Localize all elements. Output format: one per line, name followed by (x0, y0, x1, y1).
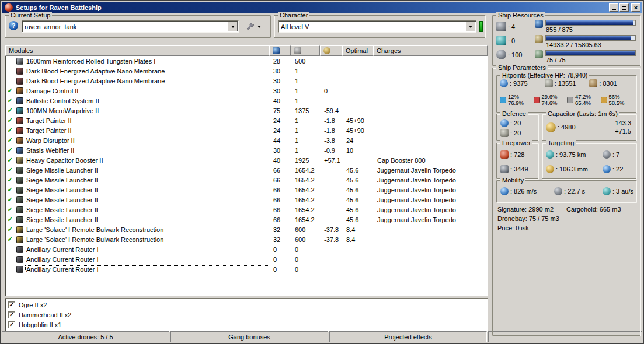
module-row[interactable]: ✓Warp Disruptor II441-3.824 (5, 135, 488, 145)
setup-tools-button[interactable] (242, 20, 264, 33)
module-row[interactable]: ✓Siege Missile Launcher II661654.245.6Ju… (5, 185, 488, 195)
module-name: Dark Blood Energized Adaptive Nano Membr… (25, 77, 269, 85)
module-charges-value: Juggernaut Javelin Torpedo (373, 216, 488, 223)
drone-checkbox[interactable]: ✓ (8, 321, 15, 328)
module-row[interactable]: ✓Siege Missile Launcher II661654.245.6Ju… (5, 205, 488, 215)
column-header-optimal[interactable]: Optimal (342, 45, 373, 56)
module-row[interactable]: ✓Siege Missile Launcher II661654.245.6Ju… (5, 195, 488, 205)
cpu-resource: 855 / 875 (535, 20, 636, 34)
column-header-modules[interactable]: Modules (5, 45, 269, 56)
maximize-icon (622, 6, 626, 10)
drone-item[interactable]: ✓Hammerhead II x2 (5, 310, 488, 320)
minimize-button[interactable] (609, 3, 618, 12)
armor-hp-value: : 13551 (555, 80, 576, 87)
warp-speed-icon (603, 187, 611, 195)
setup-dropdown-arrow[interactable] (228, 22, 238, 31)
module-row[interactable]: ✓Heavy Capacitor Booster II401925+57.1Ca… (5, 155, 488, 165)
ship-parameters-title: Ship Parameters (496, 64, 548, 71)
drone-checkbox[interactable]: ✓ (8, 301, 15, 308)
module-icon (16, 236, 23, 243)
mobility-warp-speed: : 3 au/s (603, 187, 633, 195)
module-optimal-value: 45.6 (342, 206, 373, 213)
capacitor-amount: : 4980 (546, 122, 576, 132)
capacitor-amount-value: : 4980 (558, 124, 576, 131)
powergrid-bar (545, 35, 636, 41)
defence-title: Defence (500, 110, 528, 117)
column-header-cpu[interactable] (269, 45, 291, 56)
module-row[interactable]: Ancillary Current Router I00 (5, 264, 488, 274)
defence-group: Defence : 20 : 20 (496, 114, 538, 141)
module-powergrid-value: 0 (291, 266, 320, 273)
module-powergrid-value: 0 (291, 246, 320, 253)
modules-list[interactable]: 1600mm Reinforced Rolled Tungsten Plates… (5, 56, 488, 296)
module-name: Ancillary Current Router I (25, 265, 269, 273)
module-name: Ancillary Current Router I (25, 245, 269, 254)
module-row[interactable]: ✓100MN MicroWarpdrive II751375-59.4 (5, 106, 488, 115)
module-row[interactable]: 1600mm Reinforced Rolled Tungsten Plates… (5, 56, 488, 66)
firepower-group: Firepower : 728 : 3449 (496, 143, 538, 179)
em-resist: 12%76.9% (500, 93, 534, 106)
module-active-check: ✓ (5, 87, 15, 94)
hardpoints-block: : 4 : 0 : 100 (496, 21, 522, 60)
column-header-charges[interactable]: Charges (373, 45, 488, 56)
module-cpu-value: 32 (269, 226, 291, 233)
capacitor-group: Capacitor (Lasts: 1m 6s) : 4980 - 143.3 … (542, 114, 636, 141)
status-gang-bonuses[interactable]: Gang bonuses (170, 331, 328, 342)
chevron-down-icon (231, 26, 235, 28)
hitpoints-values: : 9375 : 13551 : 8301 (500, 79, 634, 87)
module-row[interactable]: ✓Ballistic Control System II401 (5, 96, 488, 106)
module-cpu-value: 66 (269, 177, 291, 184)
module-row[interactable]: ✓Large 'Solace' I Remote Bulwark Reconst… (5, 224, 488, 234)
current-setup-label: Current Setup (9, 12, 52, 19)
powergrid-resource-icon (535, 35, 543, 43)
module-row[interactable]: ✓Stasis Webifier II301-0.910 (5, 145, 488, 155)
help-icon[interactable]: ? (9, 21, 18, 30)
launcher-hardpoints-value: : 0 (508, 37, 515, 44)
module-row[interactable]: Dark Blood Energized Adaptive Nano Membr… (5, 76, 488, 86)
targeting-scan-resolution: : 106.3 mm (546, 165, 603, 173)
module-row[interactable]: ✓Siege Missile Launcher II661654.245.6Ju… (5, 175, 488, 185)
column-header-capacitor[interactable] (320, 45, 342, 56)
powergrid-value: 14933.2 / 15805.63 (545, 41, 636, 48)
module-row[interactable]: ✓Damage Control II3010 (5, 86, 488, 96)
status-projected-effects[interactable]: Projected effects (329, 331, 487, 342)
module-icon (16, 107, 23, 114)
character-dropdown-arrow[interactable] (465, 22, 475, 31)
shield-recharge-icon (500, 119, 509, 127)
setup-dropdown[interactable]: raven_armor_tank (22, 20, 239, 33)
title-bar[interactable]: Setups for Raven Battleship × (2, 2, 642, 13)
module-row[interactable]: ✓Target Painter II241-1.845+90 (5, 125, 488, 135)
module-cpu-value: 24 (269, 117, 291, 124)
maximize-button[interactable] (619, 3, 629, 12)
drones-list[interactable]: ✓Ogre II x2✓Hammerhead II x2✓Hobgoblin I… (5, 298, 488, 332)
module-name: Siege Missile Launcher II (25, 186, 269, 194)
drone-item[interactable]: ✓Hobgoblin II x1 (5, 320, 488, 329)
module-icon (16, 177, 23, 184)
module-row[interactable]: ✓Large 'Solace' I Remote Bulwark Reconst… (5, 234, 488, 244)
module-charges-value: Juggernaut Javelin Torpedo (373, 206, 488, 213)
app-icon (5, 3, 13, 12)
modules-listview[interactable]: Modules Optimal Charges 1600mm Reinforce… (5, 45, 488, 296)
module-row[interactable]: ✓Siege Missile Launcher II661654.245.6Ju… (5, 215, 488, 224)
module-row[interactable]: Dark Blood Energized Adaptive Nano Membr… (5, 66, 488, 76)
module-row[interactable]: Ancillary Current Router I00 (5, 244, 488, 254)
module-row[interactable]: ✓Siege Missile Launcher II661654.245.6Ju… (5, 165, 488, 175)
kinetic-shield-resist: 47.2% (575, 93, 591, 100)
module-optimal-value: 24 (342, 137, 373, 144)
column-header-powergrid[interactable] (291, 45, 320, 56)
dronebay-info-value: Dronebay: 75 / 75 m3 (497, 215, 559, 222)
mobility-align-time-value: : 22.7 s (564, 188, 585, 195)
drone-checkbox[interactable]: ✓ (8, 311, 15, 318)
module-name: Target Painter II (25, 127, 269, 135)
module-active-check: ✓ (5, 167, 15, 173)
explosive-shield-resist: 56% (609, 93, 625, 100)
module-name: Siege Missile Launcher II (25, 176, 269, 184)
character-dropdown[interactable]: All level V (278, 20, 476, 33)
module-powergrid-value: 600 (291, 236, 320, 243)
module-icon (16, 58, 23, 65)
capacitor-drain-value: - 143.3 (611, 119, 631, 127)
module-row[interactable]: ✓Target Painter II241-1.845+90 (5, 115, 488, 125)
module-row[interactable]: Ancillary Current Router I00 (5, 254, 488, 264)
drone-item[interactable]: ✓Ogre II x2 (5, 300, 488, 310)
close-button[interactable]: × (631, 3, 640, 12)
